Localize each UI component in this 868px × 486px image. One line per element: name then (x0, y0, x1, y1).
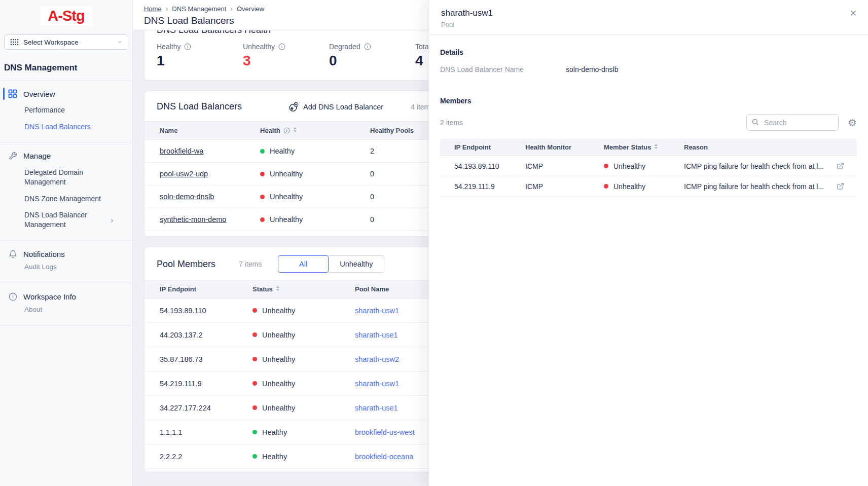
pool-name-link[interactable]: sharath-usw1 (355, 307, 399, 315)
pool-name-link[interactable]: sharath-use1 (355, 404, 398, 412)
pool-card-title: Pool Members (157, 259, 215, 270)
health-monitor: ICMP (525, 162, 604, 170)
sidebar-item-label: Overview (23, 90, 55, 98)
detail-label: DNS Load Balancer Name (440, 65, 566, 73)
external-link-icon[interactable] (837, 182, 852, 190)
brand-logo[interactable]: A-Stg (41, 6, 92, 25)
sidebar-item-notifications[interactable]: Notifications (4, 246, 128, 262)
detail-value: soln-demo-dnslb (566, 65, 619, 73)
members-items-count: 2 items (440, 119, 463, 127)
info-icon[interactable] (184, 43, 191, 50)
sidebar-item-label: Workspace Info (23, 292, 76, 301)
members-table: IP Endpoint Health Monitor Member Status… (440, 139, 857, 197)
workspace-selector[interactable]: Select Workspace (4, 34, 128, 50)
members-toolbar: 2 items ⚙ (440, 114, 857, 131)
product-title: DNS Management (4, 63, 128, 73)
drawer-title: sharath-usw1 (441, 8, 856, 18)
sidebar-item-performance[interactable]: Performance (4, 102, 128, 119)
column-header-status[interactable]: Status (252, 285, 355, 293)
info-icon[interactable] (278, 43, 285, 50)
chevron-down-icon (117, 39, 123, 45)
ip-endpoint: 54.193.89.110 (454, 162, 525, 170)
nav-group-workspace-info: Workspace Info About (4, 283, 128, 325)
external-link-icon[interactable] (837, 162, 852, 170)
members-table-header: IP Endpoint Health Monitor Member Status… (440, 139, 857, 156)
column-header-reason: Reason (684, 143, 837, 151)
member-status-text: Unhealthy (262, 404, 295, 412)
sidebar-item-workspace-info[interactable]: Workspace Info (4, 288, 128, 305)
pool-name-link[interactable]: brookfield-oceana (355, 453, 413, 461)
health-status-dot (260, 195, 265, 199)
divider (0, 325, 132, 326)
pool-name-link[interactable]: sharath-usw1 (355, 380, 399, 388)
sidebar-item-label: Notifications (23, 250, 65, 258)
reason-text: ICMP ping failure for health check from … (684, 162, 837, 170)
gear-icon[interactable]: ⚙ (848, 118, 857, 128)
member-status-dot (252, 454, 257, 459)
sidebar-item-label: DNS Load Balancer Management (24, 210, 111, 230)
pool-name-link[interactable]: brookfield-us-west (355, 428, 415, 436)
search-input[interactable] (746, 114, 839, 131)
health-status-text: Unhealthy (270, 170, 303, 178)
ip-endpoint: 54.219.111.9 (454, 182, 525, 191)
health-status-dot (260, 217, 265, 222)
breadcrumb-home-link[interactable]: Home (144, 5, 162, 13)
details-heading: Details (440, 48, 857, 56)
drawer-header: sharath-usw1 Pool ✕ (429, 0, 868, 35)
lb-name-link[interactable]: synthetic-mon-demo (160, 215, 226, 223)
info-icon[interactable] (283, 127, 290, 134)
sidebar-item-delegated-domain-management[interactable]: Delegated Domain Management (4, 164, 100, 191)
member-status-dot (604, 184, 608, 189)
sidebar-item-manage[interactable]: Manage (4, 148, 128, 164)
column-header-member-status[interactable]: Member Status (604, 143, 684, 151)
pool-name-link[interactable]: sharath-usw2 (355, 355, 399, 363)
member-status-text: Healthy (262, 428, 287, 436)
workspace-selector-label: Select Workspace (23, 39, 79, 46)
sidebar-item-about[interactable]: About (4, 305, 128, 318)
health-status-dot (260, 172, 265, 176)
info-circle-icon (8, 292, 17, 301)
lb-name-link[interactable]: pool-usw2-udp (160, 170, 208, 178)
table-row: 54.219.111.9 ICMP Unhealthy ICMP ping fa… (440, 176, 857, 197)
sidebar-item-dns-zone-management[interactable]: DNS Zone Management (4, 191, 128, 207)
chevron-right-icon: › (166, 5, 168, 13)
sidebar-item-overview[interactable]: Overview (4, 86, 128, 102)
sidebar-item-dns-load-balancers[interactable]: DNS Load Balancers (4, 119, 128, 135)
member-status-dot (604, 164, 608, 168)
tab-unhealthy[interactable]: Unhealthy (329, 255, 384, 273)
stat-unhealthy: Unhealthy 3 (243, 43, 329, 69)
column-header-health-monitor: Health Monitor (525, 143, 604, 151)
member-status-dot (252, 405, 257, 410)
lb-card-title: DNS Load Balancers (157, 101, 242, 112)
member-status-dot (252, 357, 257, 361)
ip-endpoint: 34.227.177.224 (160, 404, 252, 412)
drawer-body: Details DNS Load Balancer Name soln-demo… (429, 35, 868, 197)
tab-all[interactable]: All (278, 255, 329, 273)
brand-logo-text: A-Stg (48, 8, 84, 24)
stat-value: 3 (243, 53, 329, 69)
sidebar: A-Stg Select Workspace DNS Management (0, 0, 133, 486)
add-dns-load-balancer-button[interactable]: Add DNS Load Balancer (288, 102, 383, 112)
drawer-subtitle: Pool (441, 21, 856, 28)
member-status-dot (252, 430, 257, 434)
member-status-text: Unhealthy (613, 162, 645, 170)
detail-field: DNS Load Balancer Name soln-demo-dnslb (440, 65, 857, 73)
ip-endpoint: 2.2.2.2 (160, 453, 252, 461)
sort-icon[interactable] (293, 127, 297, 134)
pool-name-link[interactable]: sharath-use1 (355, 331, 398, 339)
sidebar-item-dns-load-balancer-management[interactable]: DNS Load Balancer Management › (4, 207, 128, 233)
lb-name-link[interactable]: soln-demo-dnslb (160, 193, 214, 201)
health-status-text: Healthy (270, 147, 295, 155)
sort-icon[interactable] (654, 143, 658, 151)
breadcrumb-dns-management[interactable]: DNS Management (172, 5, 226, 13)
ip-endpoint: 35.87.186.73 (160, 355, 252, 363)
health-status-dot (260, 149, 265, 154)
member-status-dot (252, 332, 257, 337)
lb-name-link[interactable]: brookfield-wa (160, 147, 203, 155)
close-icon[interactable]: ✕ (850, 9, 857, 18)
column-header-health[interactable]: Health (260, 127, 370, 134)
sidebar-item-audit-logs[interactable]: Audit Logs (4, 262, 128, 276)
sort-icon[interactable] (276, 285, 280, 293)
health-status-text: Unhealthy (270, 215, 303, 223)
info-icon[interactable] (364, 43, 371, 50)
